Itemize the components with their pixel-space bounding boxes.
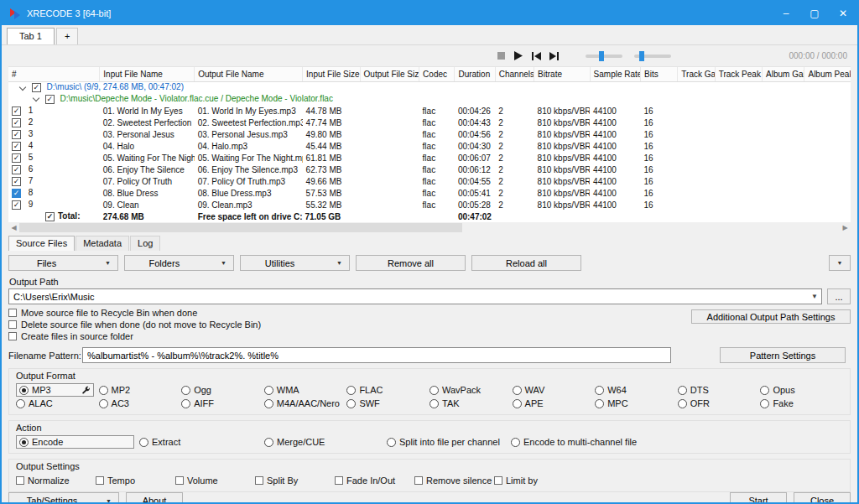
row-checkbox[interactable]: ✓ [12, 189, 21, 198]
checkbox-option[interactable]: Volume [175, 474, 255, 487]
checkbox-option[interactable]: Limit by [494, 474, 574, 487]
expand-chevron-icon[interactable] [19, 83, 26, 90]
radio-option[interactable]: TAK [430, 397, 513, 410]
browse-button[interactable]: ... [827, 288, 851, 304]
output-path-combobox[interactable]: ▼ [8, 288, 822, 304]
radio-option[interactable]: Encode to multi-channel file [511, 435, 843, 449]
toolbar-button[interactable]: Remove all [356, 255, 466, 271]
checkbox-option[interactable]: Fade In/Out [335, 474, 414, 487]
more-options-button[interactable]: ▼ [829, 255, 851, 271]
radio-option[interactable]: MP2 [99, 383, 182, 397]
radio-option[interactable]: WAV [513, 383, 596, 397]
row-checkbox[interactable]: ✓ [12, 130, 21, 139]
checkbox-option[interactable]: Split By [255, 474, 335, 487]
row-checkbox[interactable]: ✓ [12, 142, 21, 151]
radio-option[interactable]: Opus [760, 383, 843, 397]
column-header[interactable]: Bits [641, 67, 678, 81]
toolbar-dropdown-button[interactable]: Utilities ▼ [240, 255, 350, 271]
total-checkbox[interactable]: ✓ [45, 212, 55, 221]
radio-option[interactable]: W64 [595, 383, 678, 397]
table-row[interactable]: ✓ 6 06. Enjoy The Silence 06. Enjoy The … [8, 164, 851, 175]
row-checkbox[interactable]: ✓ [12, 177, 21, 186]
radio-option[interactable]: OFR [678, 397, 761, 410]
scroll-left-icon[interactable]: ◀ [8, 222, 19, 233]
radio-option[interactable]: Fake [760, 397, 843, 410]
column-header[interactable]: Album Gain [763, 67, 804, 81]
radio-option[interactable]: MPC [595, 397, 678, 410]
row-checkbox[interactable]: ✓ [12, 200, 21, 210]
column-header[interactable]: Sample Rate [590, 67, 640, 81]
close-button[interactable]: Close [794, 492, 851, 504]
table-row[interactable]: ✓ 1 01. World In My Eyes 01. World In My… [8, 105, 851, 117]
scrollbar-track[interactable] [19, 222, 840, 233]
total-row[interactable]: ✓Total: 274.68 MB Free space left on dri… [8, 210, 851, 222]
stop-button[interactable] [494, 50, 508, 62]
close-window-button[interactable]: ✕ [829, 2, 857, 25]
radio-option[interactable]: ALAC [16, 397, 99, 410]
radio-option[interactable]: M4A/AAC/Nero [264, 397, 347, 410]
subgroup-row[interactable]: ✓ D:\music\Depeche Mode - Violator.flac.… [8, 93, 851, 105]
radio-option[interactable]: APE [513, 397, 596, 410]
table-row[interactable]: ✓ 8 08. Blue Dress 08. Blue Dress.mp3 57… [8, 187, 851, 199]
radio-option[interactable]: AIFF [181, 397, 264, 410]
next-track-button[interactable] [547, 50, 560, 62]
tab-1[interactable]: Tab 1 [7, 28, 55, 44]
column-header[interactable]: Bitrate [534, 67, 590, 81]
table-row[interactable]: ✓ 2 02. Sweetest Perfection 02. Sweetest… [8, 117, 851, 128]
scroll-right-icon[interactable]: ▶ [840, 222, 851, 233]
column-header[interactable]: Output File Name [195, 67, 303, 81]
row-checkbox[interactable]: ✓ [12, 153, 21, 163]
checkbox-option[interactable]: Remove silence [414, 474, 494, 487]
table-row[interactable]: ✓ 5 05. Waiting For The Night 05. Waitin… [8, 152, 851, 164]
seek-slider-handle[interactable] [599, 51, 604, 61]
group-checkbox[interactable]: ✓ [32, 83, 41, 92]
wrench-icon[interactable] [81, 386, 91, 395]
add-tab-button[interactable]: + [56, 28, 78, 44]
radio-option[interactable]: FLAC [346, 383, 430, 397]
tab-settings-button[interactable]: Tab/Settings▼ [8, 492, 119, 504]
table-row[interactable]: ✓ 9 09. Clean 09. Clean.mp3 55.32 MB fla… [8, 199, 851, 210]
path-option-checkbox[interactable]: Create files in source folder [8, 331, 261, 341]
column-header[interactable]: Input File Name [100, 67, 195, 81]
radio-option[interactable]: Encode [16, 435, 134, 449]
maximize-button[interactable]: ▢ [800, 2, 829, 25]
table-row[interactable]: ✓ 4 04. Halo 04. Halo.mp3 45.44 MB flac … [8, 140, 851, 152]
column-header[interactable]: Channels [495, 67, 534, 81]
radio-option[interactable]: Split into file per channel [387, 435, 511, 449]
horizontal-scrollbar[interactable]: ◀ ▶ [8, 222, 851, 233]
radio-option[interactable]: Extract [139, 435, 264, 449]
column-header[interactable]: # [8, 67, 100, 81]
column-header[interactable]: Input File Size [303, 67, 361, 81]
radio-option[interactable]: AC3 [99, 397, 182, 410]
row-checkbox[interactable]: ✓ [12, 107, 21, 116]
checkbox-option[interactable]: Tempo [96, 474, 175, 487]
toolbar-dropdown-button[interactable]: Folders ▼ [124, 255, 234, 271]
subgroup-checkbox[interactable]: ✓ [45, 95, 55, 104]
output-path-input[interactable] [9, 292, 808, 302]
additional-output-path-settings-button[interactable]: Additional Output Path Settings [691, 309, 851, 324]
column-header[interactable]: Duration [455, 67, 495, 81]
expand-chevron-icon[interactable] [33, 95, 39, 101]
column-header[interactable]: Album Peak [804, 67, 851, 81]
row-checkbox[interactable]: ✓ [12, 118, 21, 127]
table-row[interactable]: ✓ 3 03. Personal Jesus 03. Personal Jesu… [8, 128, 851, 140]
toolbar-dropdown-button[interactable]: Files ▼ [8, 255, 118, 271]
volume-slider[interactable] [634, 55, 671, 58]
column-header[interactable]: Codec [419, 67, 455, 81]
radio-option[interactable]: Merge/CUE [264, 435, 387, 449]
volume-slider-handle[interactable] [639, 51, 644, 61]
path-option-checkbox[interactable]: Move source file to Recycle Bin when don… [8, 308, 261, 318]
radio-option[interactable]: WMA [264, 383, 347, 397]
chevron-down-icon[interactable]: ▼ [808, 293, 821, 300]
group-row[interactable]: ✓ D:\music\ (9/9, 274.68 MB, 00:47:02) [8, 81, 851, 93]
filename-pattern-box[interactable] [82, 347, 671, 363]
radio-option[interactable]: DTS [678, 383, 761, 397]
radio-option[interactable]: MP3 [16, 383, 94, 397]
about-button[interactable]: About [126, 492, 183, 504]
radio-option[interactable]: WavPack [430, 383, 513, 397]
filename-pattern-input[interactable] [83, 351, 670, 361]
radio-option[interactable]: SWF [346, 397, 430, 410]
panel-tab[interactable]: Metadata [75, 236, 129, 251]
previous-track-button[interactable] [529, 50, 543, 62]
scrollbar-thumb[interactable] [19, 223, 462, 232]
